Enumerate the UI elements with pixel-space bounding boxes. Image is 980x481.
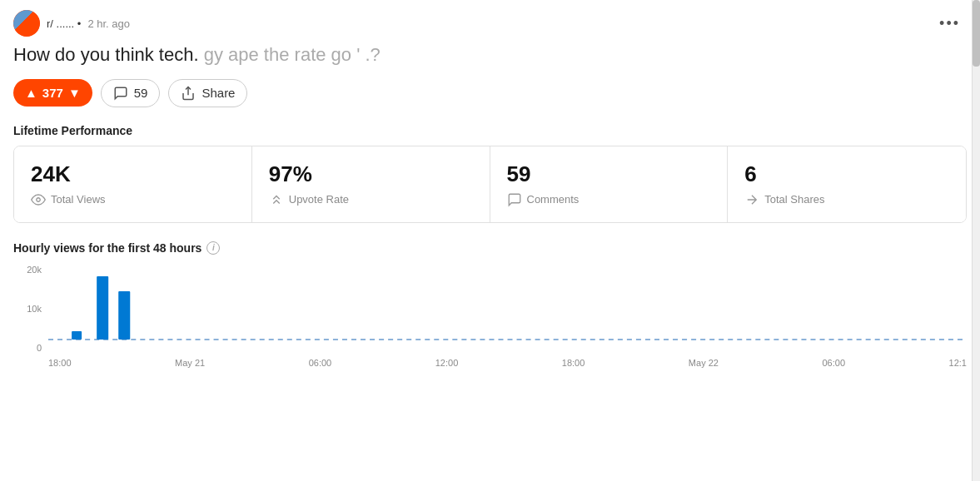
share-button[interactable]: Share — [168, 79, 247, 107]
stat-value-upvote: 97% — [269, 161, 312, 187]
stat-label-shares: Total Shares — [764, 193, 824, 206]
avatar-inner — [13, 10, 40, 37]
avatar — [13, 10, 40, 37]
scrollbar-thumb[interactable] — [973, 0, 980, 67]
vote-count: 377 — [42, 86, 63, 100]
x-label-0: 18:00 — [48, 358, 72, 368]
post-title-visible: How do you think tech. — [13, 44, 199, 65]
x-label-3: 12:00 — [435, 358, 459, 368]
stat-value-shares: 6 — [744, 161, 756, 187]
stat-card-upvote: 97% Upvote Rate — [252, 146, 490, 222]
x-label-6: 06:00 — [822, 358, 845, 368]
chart-container: 20k 10k 0 18:00 May 21 06:00 12:00 — [13, 265, 967, 373]
chart-title-text: Hourly views for the first 48 hours — [13, 241, 201, 255]
downvote-icon: ▼ — [68, 86, 81, 100]
comment-count: 59 — [134, 86, 148, 100]
subreddit-name: r/ ...... • — [47, 17, 81, 30]
comment-button[interactable]: 59 — [101, 79, 161, 107]
svg-rect-5 — [118, 291, 130, 340]
action-row: ▲ 377 ▼ 59 Share — [13, 79, 967, 107]
post-meta: r/ ...... • 2 hr. ago — [13, 10, 130, 37]
stats-grid: 24K Total Views 97% Upvote Rate — [13, 146, 967, 223]
chart-x-axis: 18:00 May 21 06:00 12:00 18:00 May 22 06… — [48, 353, 967, 373]
post-title-blurred: gy ape the rate go ' .? — [204, 44, 381, 65]
x-label-4: 18:00 — [562, 358, 585, 368]
stat-value-views: 24K — [31, 161, 71, 187]
stat-label-comments: Comments — [527, 193, 580, 206]
share-icon — [181, 86, 196, 101]
svg-rect-4 — [97, 276, 108, 340]
post-header: r/ ...... • 2 hr. ago ••• — [13, 10, 967, 37]
stat-value-comments: 59 — [507, 161, 531, 187]
svg-rect-3 — [72, 331, 82, 340]
chart-section-title: Hourly views for the first 48 hours i — [13, 241, 967, 255]
stat-label-row-shares: Total Shares — [744, 192, 824, 207]
scrollbar-track[interactable] — [972, 0, 980, 383]
info-icon[interactable]: i — [206, 241, 220, 255]
stat-label-row-views: Total Views — [31, 192, 106, 207]
stat-label-views: Total Views — [51, 193, 106, 206]
y-label-0: 0 — [37, 343, 42, 353]
svg-point-1 — [37, 197, 41, 201]
x-label-1: May 21 — [175, 358, 205, 368]
eye-icon — [31, 192, 46, 207]
upvote-rate-icon — [269, 192, 284, 207]
x-label-2: 06:00 — [309, 358, 332, 368]
comment-icon — [113, 86, 128, 101]
stat-label-row-comments: Comments — [507, 192, 580, 207]
vote-button[interactable]: ▲ 377 ▼ — [13, 79, 92, 107]
stat-card-views: 24K Total Views — [14, 146, 252, 222]
stat-card-shares: 6 Total Shares — [728, 146, 966, 222]
stat-label-row-upvote: Upvote Rate — [269, 192, 349, 207]
stat-label-upvote: Upvote Rate — [289, 193, 349, 206]
total-shares-icon — [744, 192, 759, 207]
y-label-20k: 20k — [27, 265, 42, 275]
comments-icon — [507, 192, 522, 207]
chart-y-axis: 20k 10k 0 — [13, 265, 47, 353]
y-label-10k: 10k — [27, 304, 42, 314]
share-label: Share — [201, 86, 235, 100]
chart-area — [48, 265, 967, 353]
x-label-5: May 22 — [689, 358, 719, 368]
x-label-7: 12:1 — [949, 358, 967, 368]
stat-card-comments: 59 Comments — [490, 146, 729, 222]
upvote-icon: ▲ — [25, 86, 37, 100]
post-title: How do you think tech. gy ape the rate g… — [13, 43, 967, 67]
chart-svg — [48, 265, 967, 353]
post-time: 2 hr. ago — [87, 17, 130, 30]
more-options-button[interactable]: ••• — [933, 12, 967, 36]
lifetime-performance-title: Lifetime Performance — [13, 124, 967, 137]
page-container: r/ ...... • 2 hr. ago ••• How do you thi… — [0, 0, 980, 383]
